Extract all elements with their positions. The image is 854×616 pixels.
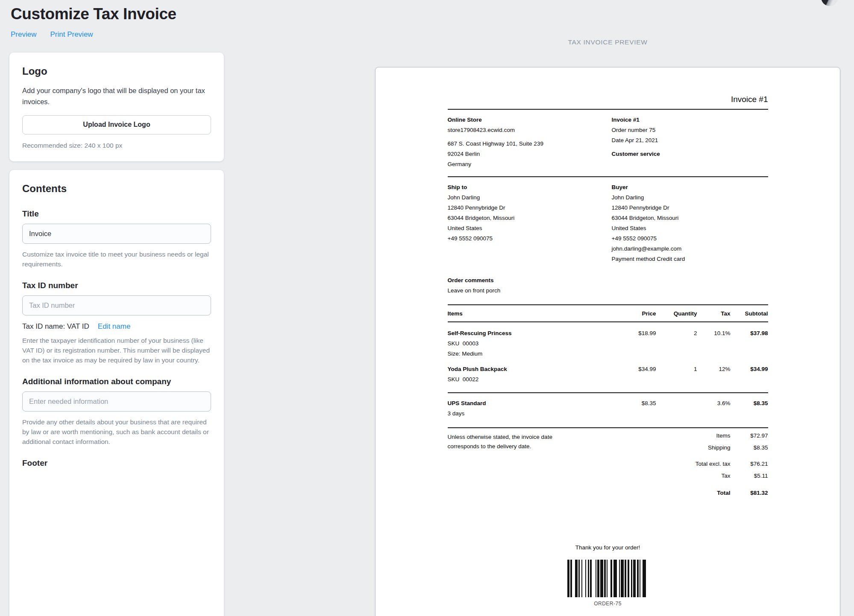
ship-to-line: John Darling — [448, 193, 612, 203]
shipping-price: $8.35 — [617, 398, 656, 409]
item-quantity: 2 — [656, 328, 697, 339]
item-subtotal: $34.99 — [731, 364, 768, 374]
print-preview-link[interactable]: Print Preview — [50, 30, 93, 39]
item-quantity: 1 — [656, 364, 697, 374]
totals-value: $5.11 — [731, 471, 768, 481]
buyer-line: United States — [612, 223, 768, 234]
preview-link[interactable]: Preview — [11, 30, 36, 39]
tax-id-name-row: Tax ID name: VAT ID Edit name — [22, 322, 211, 331]
shipping-details: 3 days — [448, 409, 617, 419]
store-address-line: 92024 Berlin — [448, 149, 612, 159]
tax-id-input[interactable] — [22, 295, 211, 315]
item-price: $34.99 — [617, 364, 656, 374]
item-row: Yoda Plush Backpack $34.99 1 12% $34.99 … — [448, 359, 768, 385]
buyer-block: Buyer John Darling 12840 Pennybridge Dr … — [612, 182, 768, 264]
ship-to-line: United States — [448, 223, 612, 234]
totals-row-grand: Total $81.32 — [448, 488, 768, 498]
tax-id-name-label: Tax ID name: VAT ID — [22, 322, 89, 331]
store-address-line: Germany — [448, 159, 612, 169]
col-header-quantity: Quantity — [656, 309, 697, 319]
shipping-tax: 3.6% — [697, 398, 731, 409]
additional-info-input[interactable] — [22, 391, 211, 412]
shipping-subtotal: $8.35 — [731, 398, 768, 409]
invoice-date: Date Apr 21, 2021 — [612, 135, 768, 146]
shipping-name: UPS Standard — [448, 398, 617, 409]
order-barcode — [567, 560, 648, 597]
buyer-line: john.darling@example.com — [612, 244, 768, 254]
additional-info-label: Additional information about company — [22, 377, 211, 386]
order-comments-text: Leave on front porch — [448, 286, 768, 296]
tax-id-field-helper: Enter the taxpayer identification number… — [22, 336, 211, 365]
col-header-subtotal: Subtotal — [731, 309, 768, 319]
totals-value: $76.21 — [731, 459, 768, 469]
invoice-header-block: Online Store store17908423.ecwid.com 687… — [448, 110, 768, 176]
totals-label: Total excl. tax — [448, 459, 731, 469]
col-header-price: Price — [617, 309, 656, 319]
totals-block: Unless otherwise stated, the invoice dat… — [448, 428, 768, 498]
store-name: Online Store — [448, 115, 612, 125]
store-info: Online Store store17908423.ecwid.com 687… — [448, 115, 612, 169]
ship-to-block: Ship to John Darling 12840 Pennybridge D… — [448, 182, 612, 264]
order-number: Order number 75 — [612, 125, 768, 135]
logo-recommended-size: Recommended size: 240 x 100 px — [22, 141, 211, 151]
col-header-tax: Tax — [697, 309, 731, 319]
shipping-quantity — [656, 398, 697, 409]
header-links: Preview Print Preview — [11, 30, 93, 39]
item-price: $18.99 — [617, 328, 656, 339]
ship-to-line: 12840 Pennybridge Dr — [448, 203, 612, 213]
shipping-row: UPS Standard $8.35 3.6% $8.35 3 days — [448, 393, 768, 427]
totals-label: Tax — [448, 471, 731, 481]
additional-info-helper: Provide any other details about your bus… — [22, 417, 211, 447]
buyer-line: 12840 Pennybridge Dr — [612, 203, 768, 213]
upload-invoice-logo-button[interactable]: Upload Invoice Logo — [22, 115, 211, 134]
addresses-block: Ship to John Darling 12840 Pennybridge D… — [448, 177, 768, 264]
invoice-note: Unless otherwise stated, the invoice dat… — [448, 432, 564, 451]
totals-row: Tax $5.11 — [448, 471, 768, 481]
account-avatar[interactable] — [821, 0, 838, 6]
title-input[interactable] — [22, 224, 211, 244]
title-field-helper: Customize tax invoice title to meet your… — [22, 250, 211, 269]
customize-tax-invoice-page: Customize Tax Invoice Preview Print Prev… — [0, 0, 854, 616]
store-domain: store17908423.ecwid.com — [448, 125, 612, 135]
invoice-meta: Invoice #1 Order number 75 Date Apr 21, … — [612, 115, 768, 169]
logo-description: Add your company's logo that will be dis… — [22, 85, 211, 108]
contents-heading: Contents — [22, 183, 211, 195]
buyer-line: John Darling — [612, 193, 768, 203]
items-rows: Self-Rescuing Princess $18.99 2 10.1% $3… — [448, 322, 768, 392]
buyer-line: +49 5552 090075 — [612, 234, 768, 244]
tax-invoice-preview-heading: TAX INVOICE PREVIEW — [375, 38, 840, 46]
totals-row: Total excl. tax $76.21 — [448, 459, 768, 469]
totals-value: $81.32 — [731, 488, 768, 498]
customer-service-label: Customer service — [612, 149, 768, 159]
invoice-content: Invoice #1 Online Store store17908423.ec… — [448, 94, 768, 607]
invoice-title: Invoice #1 — [448, 94, 768, 105]
buyer-line: 63044 Bridgeton, Missouri — [612, 213, 768, 223]
order-comments-block: Order comments Leave on front porch — [448, 264, 768, 304]
footer-section-label: Footer — [22, 458, 211, 468]
edit-tax-id-name-link[interactable]: Edit name — [98, 322, 131, 331]
totals-value: $72.97 — [731, 431, 768, 441]
contents-card: Contents Title Customize tax invoice tit… — [9, 170, 224, 616]
item-tax: 10.1% — [697, 328, 731, 339]
item-tax: 12% — [697, 364, 731, 374]
thank-you-text: Thank you for your order! — [448, 543, 768, 553]
buyer-line: Payment method Credit card — [612, 254, 768, 264]
logo-card: Logo Add your company's logo that will b… — [9, 53, 224, 161]
col-header-items: Items — [448, 309, 617, 319]
invoice-preview-card: Invoice #1 Online Store store17908423.ec… — [375, 67, 840, 616]
ship-to-label: Ship to — [448, 182, 612, 193]
items-table-header: Items Price Quantity Tax Subtotal — [448, 305, 768, 321]
item-details: SKU 00022 — [448, 374, 617, 385]
item-name: Self-Rescuing Princess — [448, 328, 617, 339]
title-field-label: Title — [22, 209, 211, 219]
item-details: SKU 00003 Size: Medium — [448, 339, 617, 359]
store-address-line: 687 S. Coast Highway 101, Suite 239 — [448, 139, 612, 149]
barcode-block: ORDER-75 — [448, 560, 768, 607]
invoice-number: Invoice #1 — [612, 115, 768, 125]
ship-to-line: +49 5552 090075 — [448, 234, 612, 244]
logo-heading: Logo — [22, 65, 211, 77]
totals-label: Total — [448, 488, 731, 498]
item-subtotal: $37.98 — [731, 328, 768, 339]
item-name: Yoda Plush Backpack — [448, 364, 617, 374]
page-title: Customize Tax Invoice — [11, 5, 176, 23]
